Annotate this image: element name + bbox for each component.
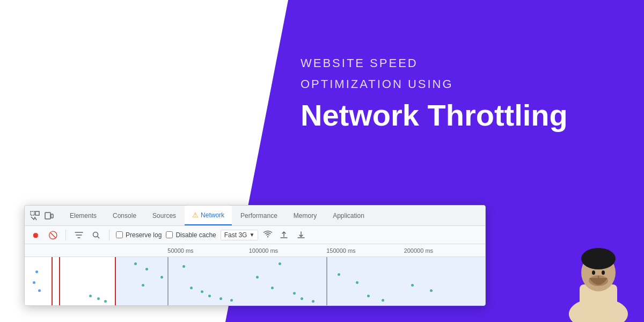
tab-console[interactable]: Console (105, 206, 144, 225)
throttle-dropdown[interactable]: Fast 3G ▼ (221, 230, 259, 240)
svg-line-5 (98, 236, 100, 238)
dot (208, 295, 211, 297)
devtools-icon-group (29, 210, 55, 222)
ruler-mark-100k: 100000 ms (249, 247, 278, 254)
preserve-log-checkbox[interactable]: Preserve log (116, 231, 162, 239)
svg-rect-1 (35, 211, 39, 215)
dot (430, 289, 433, 292)
dot (293, 292, 296, 295)
dot (35, 270, 38, 273)
dot (190, 287, 193, 289)
person-svg (564, 236, 633, 322)
dot (104, 300, 107, 303)
devtools-toolbar: ⏺ 🚫 Preserve log Disable ca (25, 226, 485, 244)
dot (134, 262, 137, 265)
timeline-sep-2 (326, 257, 327, 305)
main-title: Network Throttling (301, 99, 612, 132)
search-button[interactable] (90, 229, 103, 241)
devtools-panel: Elements Console Sources ⚠ Network Perfo… (24, 205, 486, 306)
dot (219, 297, 222, 300)
red-line-2 (59, 257, 60, 305)
svg-rect-3 (51, 214, 53, 218)
dot (33, 281, 35, 284)
dot (97, 297, 100, 300)
devtools-tab-bar: Elements Console Sources ⚠ Network Perfo… (25, 206, 485, 226)
filter-button[interactable] (72, 229, 85, 241)
svg-point-6 (267, 236, 268, 237)
dot (382, 299, 384, 302)
subtitle-line1: WEBSITE SPEED (301, 54, 612, 72)
svg-rect-2 (45, 213, 50, 219)
timeline-ruler: 50000 ms 100000 ms 150000 ms 200000 ms (25, 244, 485, 257)
dot (367, 295, 370, 297)
dropdown-arrow-icon: ▼ (249, 232, 254, 238)
dot (338, 273, 340, 276)
dot (256, 276, 259, 279)
ruler-mark-150k: 150000 ms (326, 247, 355, 254)
dot (38, 289, 41, 292)
dot (89, 295, 92, 297)
dot (230, 299, 233, 302)
timeline-sep-1 (167, 257, 169, 305)
dot (182, 265, 185, 268)
dot (411, 284, 414, 287)
tab-application[interactable]: Application (325, 206, 372, 225)
clear-button[interactable]: 🚫 (46, 229, 59, 241)
tab-elements[interactable]: Elements (62, 206, 104, 225)
upload-button[interactable] (277, 229, 290, 241)
device-icon[interactable] (43, 210, 55, 222)
timeline-left-panel (25, 257, 116, 305)
person-avatar (564, 236, 633, 322)
dot (312, 300, 314, 303)
dot (201, 290, 203, 293)
timeline-graph (116, 257, 485, 305)
svg-point-4 (93, 232, 98, 237)
disable-cache-checkbox[interactable]: Disable cache (166, 231, 216, 239)
dot (279, 262, 281, 265)
svg-rect-0 (31, 211, 34, 215)
network-warning-icon: ⚠ (192, 211, 199, 219)
inspector-icon[interactable] (29, 210, 41, 222)
dot (142, 284, 144, 287)
ruler-mark-200k: 200000 ms (404, 247, 433, 254)
svg-point-10 (581, 248, 616, 269)
toolbar-separator-1 (65, 230, 66, 240)
record-button[interactable]: ⏺ (29, 229, 42, 241)
red-line (52, 257, 53, 305)
tab-memory[interactable]: Memory (286, 206, 324, 225)
dot (271, 287, 274, 289)
dot (356, 281, 358, 284)
dot (145, 268, 148, 270)
svg-point-12 (602, 270, 605, 275)
tab-sources[interactable]: Sources (145, 206, 184, 225)
page-container: WEBSITE SPEED OPTIMIZATION USING Network… (0, 0, 644, 322)
svg-point-11 (592, 270, 595, 275)
toolbar-separator-2 (109, 230, 109, 240)
dot (160, 276, 163, 279)
tab-performance[interactable]: Performance (233, 206, 285, 225)
ruler-marks: 50000 ms 100000 ms 150000 ms 200000 ms (116, 244, 485, 257)
dot (301, 297, 303, 300)
title-overlay: WEBSITE SPEED OPTIMIZATION USING Network… (301, 54, 612, 132)
timeline-content (25, 257, 485, 305)
subtitle-line2: OPTIMIZATION USING (301, 75, 612, 93)
tab-network[interactable]: ⚠ Network (185, 206, 232, 225)
wifi-icon (262, 230, 273, 240)
ruler-mark-50k: 50000 ms (167, 247, 193, 254)
download-button[interactable] (295, 229, 308, 241)
